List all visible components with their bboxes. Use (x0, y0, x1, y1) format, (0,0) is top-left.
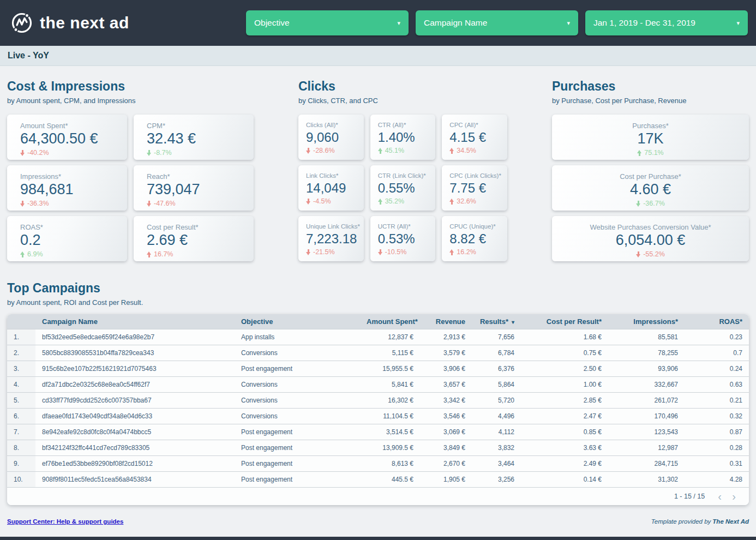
logo-text: the next ad (40, 14, 129, 32)
cell-impressions: 170,496 (608, 408, 685, 424)
kpi-card-grid: Purchases*17K75.1%Cost per Purchase*4.60… (552, 115, 749, 261)
pagination-prev-button[interactable]: ‹ (713, 491, 726, 502)
cell-campaign: dfaeae0fd1743e049cdf34a8e04d6c33 (35, 408, 235, 424)
kpi-delta: 45.1% (378, 147, 433, 154)
cell-campaign: bf53d2eed5e8edcae659f24e6a98e2b7 (35, 329, 235, 345)
cell-amount_spent: 11,104.5 € (360, 408, 420, 424)
campaign-row: 7.8e942eafe92c8d0fc8c0f4a0474bbcc5Post e… (7, 424, 749, 440)
cell-impressions: 123,543 (608, 424, 685, 440)
cell-cost_per_result: 3.63 € (521, 440, 608, 455)
campaign-row: 2.5805bc8839085531b04ffa7829cea343Conver… (7, 345, 749, 361)
section-subtitle: by Purchase, Cost per Purchase, Revenue (552, 97, 749, 105)
cell-amount_spent: 15,955.5 € (360, 361, 420, 376)
kpi-value: 4.60 € (559, 181, 742, 198)
section-cost-impressions: Cost & Impressions by Amount spent, CPM,… (7, 79, 254, 261)
section-subtitle: by Amount spent, ROI and Cost per Result… (7, 298, 749, 307)
column-header-amount_spent[interactable]: Amount Spent* (360, 314, 420, 329)
kpi-card: CPM*32.43 €-8.7% (134, 115, 254, 160)
cell-roas: 0.87 (685, 424, 749, 440)
kpi-card: Impressions*984,681-36.3% (7, 165, 127, 211)
arrow-down-icon (306, 199, 311, 205)
cell-results: 4,112 (472, 424, 521, 440)
chevron-down-icon: ▾ (397, 20, 400, 27)
column-header-roas[interactable]: ROAS* (685, 314, 749, 329)
cell-objective: Conversions (235, 392, 360, 408)
kpi-delta: -21.5% (306, 248, 361, 256)
cell-impressions: 284,715 (608, 455, 685, 471)
campaign-name-filter-dropdown[interactable]: Campaign Name ▾ (416, 10, 578, 35)
cell-impressions: 78,255 (608, 345, 685, 361)
pagination-next-button[interactable]: › (728, 491, 740, 502)
cell-results: 3,832 (472, 440, 521, 455)
column-header-campaign[interactable]: Campaign Name (35, 314, 235, 329)
kpi-delta-text: 16.7% (154, 250, 173, 258)
kpi-value: 0.55% (378, 181, 433, 196)
cell-amount_spent: 445.5 € (360, 471, 420, 487)
cell-revenue: 3,069 € (420, 424, 472, 440)
kpi-value: 7,223.18 (306, 231, 361, 247)
kpi-value: 2.69 € (147, 232, 247, 249)
kpi-value: 14,049 (306, 181, 361, 196)
cell-roas: 0.21 (685, 392, 749, 408)
kpi-label: Clicks (All)* (306, 122, 361, 128)
cell-index: 3. (7, 361, 35, 376)
arrow-up-icon (449, 249, 454, 255)
cell-cost_per_result: 2.85 € (521, 392, 608, 408)
kpi-card-grid: Clicks (All)*9,060-28.6%CTR (All)*1.40%4… (298, 115, 507, 261)
kpi-delta-text: 35.2% (385, 197, 404, 205)
cell-index: 7. (7, 424, 35, 440)
cell-revenue: 3,906 € (420, 361, 472, 376)
section-title: Cost & Impressions (7, 79, 254, 94)
kpi-delta: -4.5% (306, 197, 361, 205)
cell-index: 2. (7, 345, 35, 361)
cell-roas: 0.31 (685, 455, 749, 471)
cell-roas: 0.28 (685, 440, 749, 455)
kpi-card: CTR (All)*1.40%45.1% (370, 115, 436, 160)
column-header-index[interactable] (7, 314, 35, 329)
section-title: Purchases (552, 79, 749, 94)
kpi-delta: 6.9% (20, 250, 121, 258)
column-header-objective[interactable]: Objective (235, 314, 360, 329)
cell-campaign: bf342124f32ffc441cd7ecd789c83305 (35, 440, 235, 455)
column-header-impressions[interactable]: Impressions* (608, 314, 685, 329)
cell-impressions: 85,581 (608, 329, 685, 345)
column-header-cost_per_result[interactable]: Cost per Result* (521, 314, 608, 329)
cell-roas: 4.28 (685, 471, 749, 487)
kpi-delta: 16.2% (449, 248, 504, 256)
kpi-value: 984,681 (20, 181, 121, 198)
cell-results: 3,464 (472, 455, 521, 471)
cell-amount_spent: 8,613 € (360, 455, 420, 471)
kpi-label: CPM* (147, 122, 247, 130)
objective-filter-dropdown[interactable]: Objective ▾ (246, 10, 409, 35)
arrow-down-icon (636, 201, 641, 207)
cell-results: 5,720 (472, 392, 521, 408)
support-center-link[interactable]: Support Center: Help & support guides (7, 518, 123, 525)
section-clicks: Clicks by Clicks, CTR, and CPC Clicks (A… (298, 79, 507, 261)
kpi-label: Reach* (147, 172, 247, 181)
app-header: the next ad Objective ▾ Campaign Name ▾ … (0, 0, 756, 46)
campaign-row: 6.dfaeae0fd1743e049cdf34a8e04d6c33Conver… (7, 408, 749, 424)
kpi-card: Link Clicks*14,049-4.5% (298, 165, 364, 211)
report-tab-live-yoy[interactable]: Live - YoY (8, 51, 49, 61)
column-header-results[interactable]: Results*▾ (472, 314, 521, 329)
cell-cost_per_result: 1.68 € (521, 329, 608, 345)
cell-campaign: 915c6b2ee107b22f51621921d7075463 (35, 361, 235, 376)
section-title: Top Campaigns (7, 281, 749, 296)
kpi-value: 7.75 € (449, 181, 504, 196)
date-range-filter-dropdown[interactable]: Jan 1, 2019 - Dec 31, 2019 ▾ (585, 10, 748, 35)
chevron-down-icon: ▾ (567, 20, 570, 27)
kpi-delta: 35.2% (378, 197, 433, 205)
kpi-label: CPUC (Unique)* (449, 223, 504, 230)
section-subtitle: by Amount spent, CPM, and Impressions (7, 97, 254, 105)
kpi-label: CPC (Link Clicks)* (449, 172, 504, 179)
column-header-revenue[interactable]: Revenue (420, 314, 472, 329)
cell-revenue: 3,657 € (420, 376, 472, 392)
cell-roas: 0.23 (685, 329, 749, 345)
kpi-delta-text: 6.9% (27, 250, 43, 258)
cell-objective: App installs (235, 329, 360, 345)
cell-objective: Conversions (235, 345, 360, 361)
kpi-card: CPC (Link Clicks)*7.75 €32.6% (442, 165, 507, 211)
kpi-label: Amount Spent* (20, 122, 121, 130)
page-footer: Support Center: Help & support guides Te… (0, 505, 756, 525)
cell-campaign: 5805bc8839085531b04ffa7829cea343 (35, 345, 235, 361)
